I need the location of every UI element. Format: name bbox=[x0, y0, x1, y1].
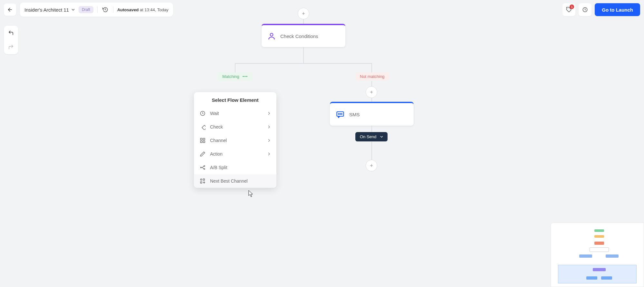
add-node-top[interactable] bbox=[298, 8, 309, 19]
nodes-icon bbox=[200, 178, 206, 184]
connector bbox=[235, 63, 235, 73]
on-send-dropdown[interactable]: On Send bbox=[355, 132, 388, 141]
chevron-right-icon bbox=[267, 112, 271, 115]
svg-rect-18 bbox=[200, 141, 202, 143]
connector bbox=[303, 47, 304, 63]
svg-rect-16 bbox=[200, 138, 202, 140]
sms-icon bbox=[336, 110, 345, 119]
check-conditions-node[interactable]: Check Conditions bbox=[262, 24, 345, 47]
diamond-icon bbox=[200, 124, 206, 130]
minimap[interactable] bbox=[551, 223, 644, 287]
popover-item-label: Channel bbox=[210, 138, 227, 143]
minimap-node bbox=[606, 254, 619, 258]
minimap-node bbox=[594, 242, 604, 245]
connector bbox=[235, 63, 372, 64]
sms-node-label: SMS bbox=[349, 112, 360, 117]
flow-canvas[interactable]: Check Conditions Matching ••• Not matchi… bbox=[0, 0, 644, 287]
plus-icon bbox=[301, 11, 306, 16]
matching-branch-label[interactable]: Matching ••• bbox=[217, 72, 253, 81]
plus-icon bbox=[369, 90, 374, 94]
chevron-right-icon bbox=[267, 139, 271, 142]
svg-point-23 bbox=[200, 179, 202, 180]
add-node-bottom[interactable] bbox=[366, 160, 377, 171]
svg-rect-25 bbox=[200, 182, 202, 183]
popover-item-label: A/B Split bbox=[210, 165, 227, 170]
pencil-icon bbox=[200, 151, 206, 157]
connector bbox=[371, 142, 372, 161]
clock-icon bbox=[200, 110, 206, 116]
select-flow-element-popover: Select Flow Element Wait Check Channel A… bbox=[194, 92, 276, 188]
cursor-icon bbox=[248, 190, 254, 197]
plus-icon bbox=[369, 163, 374, 168]
svg-point-11 bbox=[341, 114, 342, 114]
connector bbox=[371, 63, 372, 73]
sms-node[interactable]: SMS bbox=[330, 102, 414, 126]
add-node-not-matching[interactable] bbox=[366, 86, 377, 98]
svg-point-5 bbox=[270, 33, 273, 36]
popover-item-next-best-channel[interactable]: Next Best Channel bbox=[194, 174, 276, 188]
svg-rect-24 bbox=[203, 179, 205, 180]
on-send-label: On Send bbox=[360, 134, 376, 139]
popover-item-label: Check bbox=[210, 124, 223, 129]
popover-title: Select Flow Element bbox=[194, 92, 276, 107]
split-icon bbox=[200, 165, 206, 170]
svg-point-9 bbox=[338, 114, 339, 114]
popover-item-label: Next Best Channel bbox=[210, 178, 248, 184]
popover-item-channel[interactable]: Channel bbox=[194, 134, 276, 147]
svg-rect-15 bbox=[202, 125, 206, 130]
not-matching-branch-label: Not matching bbox=[355, 72, 389, 81]
user-icon bbox=[267, 32, 276, 40]
svg-point-10 bbox=[340, 114, 341, 114]
minimap-node bbox=[579, 254, 592, 258]
popover-item-wait[interactable]: Wait bbox=[194, 107, 276, 120]
caret-down-icon bbox=[380, 135, 383, 138]
grid-icon bbox=[200, 138, 206, 143]
not-matching-text: Not matching bbox=[360, 74, 385, 79]
chevron-right-icon bbox=[267, 152, 271, 156]
matching-menu-icon[interactable]: ••• bbox=[243, 74, 248, 79]
popover-item-action[interactable]: Action bbox=[194, 147, 276, 161]
svg-rect-17 bbox=[203, 138, 205, 140]
minimap-canvas bbox=[554, 226, 640, 283]
matching-text: Matching bbox=[222, 74, 239, 79]
minimap-node bbox=[590, 247, 609, 252]
minimap-node bbox=[594, 229, 604, 232]
popover-item-label: Action bbox=[210, 151, 223, 157]
popover-item-check[interactable]: Check bbox=[194, 120, 276, 134]
check-node-label: Check Conditions bbox=[280, 33, 318, 39]
chevron-right-icon bbox=[267, 125, 271, 129]
svg-rect-19 bbox=[203, 141, 205, 143]
minimap-node bbox=[594, 235, 604, 238]
popover-item-label: Wait bbox=[210, 111, 219, 116]
minimap-viewport[interactable] bbox=[558, 265, 637, 283]
connector bbox=[371, 126, 372, 132]
popover-item-ab-split[interactable]: A/B Split bbox=[194, 161, 276, 174]
